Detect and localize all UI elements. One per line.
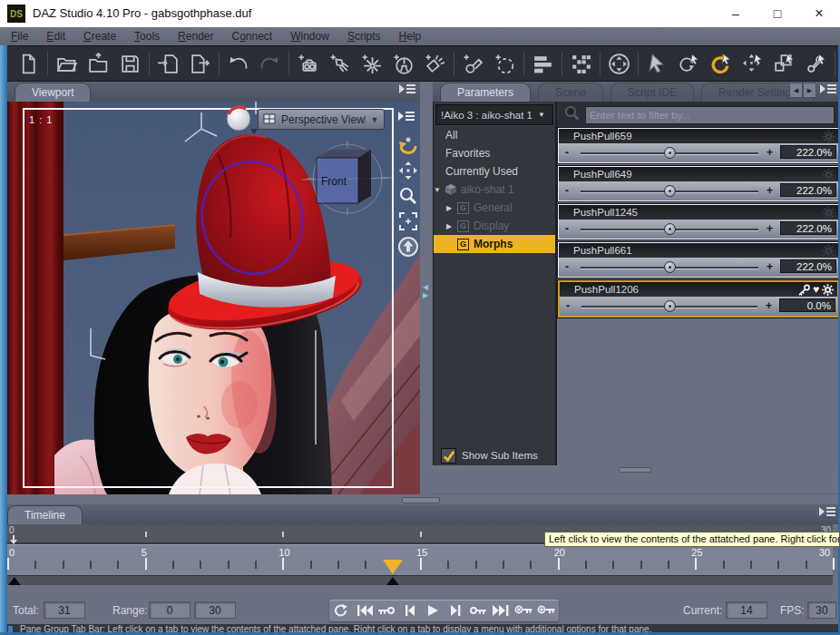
favorite-heart-icon[interactable]: ♥ (813, 285, 819, 294)
minimize-button[interactable]: – (715, 0, 757, 27)
tab-scroll-left-icon[interactable]: ◀ (789, 83, 803, 98)
menu-create[interactable]: Create (74, 27, 125, 45)
slider-track[interactable] (581, 306, 757, 308)
parameter-slider[interactable]: -+222.0% (559, 220, 838, 239)
active-rotate-tool-icon[interactable] (705, 49, 737, 78)
merge-file-icon[interactable] (83, 49, 114, 78)
tree-expand-icon[interactable]: ▶ (446, 204, 457, 212)
node-selection-tool-icon[interactable] (641, 49, 673, 78)
total-frames-field[interactable]: 31 (44, 601, 85, 619)
tab-timeline[interactable]: Timeline (7, 505, 83, 524)
new-document-icon[interactable] (13, 49, 44, 78)
tree-item-display[interactable]: ▶GDisplay (434, 217, 555, 235)
translate-tool-icon[interactable] (737, 49, 768, 78)
pane-splitter-horizontal[interactable] (0, 494, 840, 504)
menu-connect[interactable]: Connect (222, 27, 281, 45)
tab-script-ide[interactable]: Script IDE (610, 83, 694, 102)
new-distant-light-icon[interactable] (387, 49, 419, 78)
menu-tools[interactable]: Tools (125, 27, 169, 45)
slider-track[interactable] (581, 229, 758, 231)
timeline-range-bar[interactable] (7, 575, 833, 585)
menu-render[interactable]: Render (169, 27, 222, 45)
joint-editor-tool-icon[interactable] (800, 49, 832, 78)
parameter-slider[interactable]: -+222.0% (559, 258, 838, 277)
tab-parameters[interactable]: Parameters (440, 83, 531, 102)
tips-splitter[interactable] (433, 465, 840, 474)
current-frame-field[interactable]: 14 (726, 601, 767, 619)
slider-increment-button[interactable]: + (767, 222, 773, 235)
skip-to-start-button[interactable] (352, 600, 375, 621)
parameter-value-field[interactable]: 222.0% (780, 221, 836, 235)
slider-increment-button[interactable]: + (767, 184, 773, 197)
import-file-icon[interactable] (152, 49, 184, 78)
parameter-tile[interactable]: PushPull661-+222.0% (558, 242, 839, 278)
slider-track[interactable] (581, 152, 758, 155)
slider-thumb[interactable] (664, 147, 676, 159)
range-end-field[interactable]: 30 (194, 601, 236, 619)
pan-tool-icon[interactable] (603, 49, 635, 78)
gear-icon[interactable] (822, 284, 834, 296)
playhead[interactable] (383, 560, 403, 574)
menu-edit[interactable]: Edit (37, 27, 74, 45)
redo-icon[interactable] (254, 49, 286, 78)
slider-track[interactable] (581, 267, 758, 269)
slider-increment-button[interactable]: + (766, 299, 772, 312)
new-camera-icon[interactable] (292, 49, 324, 78)
delete-key-button[interactable] (513, 600, 535, 621)
reset-camera-icon[interactable] (397, 236, 419, 258)
parameter-value-field[interactable]: 222.0% (780, 259, 836, 273)
sidebar-item-currently-used[interactable]: Currently Used (434, 162, 555, 181)
gear-icon[interactable] (823, 131, 835, 142)
slider-decrement-button[interactable]: - (565, 260, 569, 273)
range-marker-icon[interactable] (8, 577, 21, 585)
slider-increment-button[interactable]: + (767, 146, 773, 159)
tab-scroll-right-icon[interactable]: ▶ (803, 83, 816, 98)
slider-decrement-button[interactable]: - (566, 299, 570, 312)
gear-icon[interactable] (823, 207, 835, 219)
slider-decrement-button[interactable]: - (565, 146, 569, 159)
zoom-camera-icon[interactable] (397, 185, 419, 207)
slider-decrement-button[interactable]: - (565, 222, 569, 235)
step-forward-button[interactable] (444, 600, 466, 621)
slider-increment-button[interactable]: + (767, 260, 773, 273)
lock-icon[interactable] (797, 284, 810, 296)
slider-thumb[interactable] (664, 185, 676, 197)
close-button[interactable]: × (798, 0, 840, 27)
menu-scripts[interactable]: Scripts (338, 27, 390, 45)
open-file-icon[interactable] (51, 49, 83, 78)
render-grid-icon[interactable] (565, 49, 597, 78)
parameter-slider[interactable]: -+0.0% (560, 297, 837, 316)
next-key-button[interactable] (467, 600, 490, 621)
filter-input[interactable] (585, 106, 835, 124)
camera-view-selector[interactable]: Perspective View ▼ (258, 109, 385, 130)
tab-viewport[interactable]: Viewport (15, 83, 91, 102)
new-light-icon[interactable] (324, 49, 356, 78)
pan-camera-icon[interactable] (397, 160, 419, 181)
orbit-ball-control[interactable] (223, 104, 259, 139)
gear-icon[interactable] (823, 245, 835, 257)
scene-list-icon[interactable] (527, 49, 559, 78)
pane-options-icon[interactable] (399, 83, 415, 99)
new-point-light-icon[interactable] (356, 49, 387, 78)
node-selector-dropdown[interactable]: !Aiko 3 : aiko-shat 1 ▼ (435, 104, 553, 125)
slider-thumb[interactable] (664, 261, 676, 273)
sidebar-item-favorites[interactable]: Favorites (434, 144, 555, 162)
parameter-tile[interactable]: PushPull649-+222.0% (558, 166, 839, 201)
menu-help[interactable]: Help (390, 27, 431, 45)
previous-key-button[interactable] (376, 600, 398, 621)
range-start-field[interactable]: 0 (149, 601, 190, 619)
chevron-down-icon[interactable]: ▼ (365, 115, 384, 124)
menu-window[interactable]: Window (281, 27, 338, 45)
orbit-camera-icon[interactable] (397, 134, 419, 156)
slider-thumb[interactable] (664, 300, 676, 312)
export-file-icon[interactable] (184, 49, 216, 78)
parameter-value-field[interactable]: 222.0% (780, 183, 836, 197)
parameter-slider[interactable]: -+222.0% (559, 143, 838, 162)
gear-icon[interactable] (823, 169, 835, 181)
viewport-3d-view[interactable]: Front 1 : 1 (7, 102, 420, 494)
save-file-icon[interactable] (114, 49, 146, 78)
skip-to-end-button[interactable] (490, 600, 513, 621)
pane-splitter-vertical[interactable]: ◀▶ (420, 82, 433, 494)
step-back-button[interactable] (398, 600, 421, 621)
parameter-slider[interactable]: -+222.0% (559, 181, 838, 200)
